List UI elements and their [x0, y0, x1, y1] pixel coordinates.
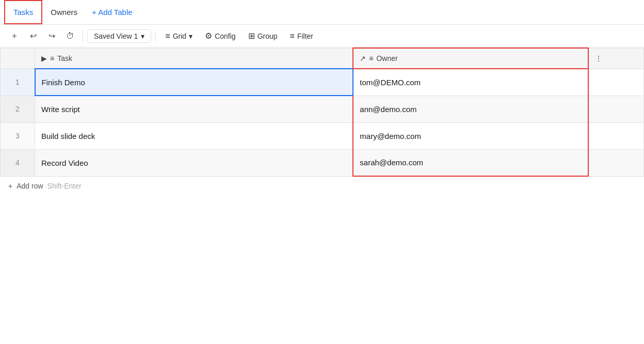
cell-rownum: 4: [1, 149, 35, 176]
table-header-row: ▶ ≡ Task ↗ ≡ Owner ⋮: [1, 48, 644, 69]
history-icon: ⏱: [66, 32, 74, 41]
filter-icon: ≡: [290, 32, 295, 41]
history-button[interactable]: ⏱: [62, 28, 78, 44]
table-row[interactable]: 4Record Videosarah@demo.com: [1, 149, 644, 176]
toolbar: + ↩ ↪ ⏱ Saved View 1 ▾ ≡ Grid ▾ ⚙ Config…: [0, 25, 644, 48]
add-row-label: Add row: [17, 182, 43, 190]
cell-task[interactable]: Finish Demo: [35, 69, 353, 96]
task-col-sort-icon: ≡: [50, 54, 54, 62]
table-row[interactable]: 3Build slide deckmary@demo.com: [1, 122, 644, 149]
owner-col-sort-icon: ≡: [369, 54, 373, 62]
add-table-button[interactable]: + Add Table: [86, 8, 139, 17]
tab-owners-label: Owners: [51, 8, 77, 17]
undo-button[interactable]: ↩: [25, 28, 41, 44]
col-header-rownum: [1, 48, 35, 69]
grid-label: Grid: [173, 32, 186, 40]
saved-view-label: Saved View 1: [94, 32, 138, 40]
cell-extra: [588, 122, 643, 149]
add-icon: +: [12, 32, 17, 41]
config-label: Config: [215, 32, 235, 40]
add-row-hint: Shift-Enter: [47, 182, 82, 190]
config-button[interactable]: ⚙ Config: [200, 29, 240, 43]
page-content: Tasks Owners + Add Table + ↩ ↪ ⏱ Saved V…: [0, 0, 644, 344]
extra-col-menu-icon: ⋮: [595, 54, 602, 62]
cell-rownum: 1: [1, 69, 35, 96]
cell-owner[interactable]: tom@DEMO.com: [353, 69, 588, 96]
add-row-section[interactable]: + Add row Shift-Enter: [0, 177, 644, 195]
tab-tasks[interactable]: Tasks: [4, 0, 42, 24]
cell-owner[interactable]: mary@demo.com: [353, 122, 588, 149]
cell-rownum: 2: [1, 96, 35, 122]
cell-task[interactable]: Build slide deck: [35, 122, 353, 149]
owner-col-label: Owner: [376, 54, 397, 62]
toolbar-divider-2: [155, 31, 156, 41]
task-col-label: Task: [57, 54, 72, 62]
cell-extra: [588, 149, 643, 176]
grid-button[interactable]: ≡ Grid ▾: [160, 29, 198, 43]
saved-view-button[interactable]: Saved View 1 ▾: [87, 29, 151, 43]
add-button[interactable]: +: [6, 28, 23, 44]
tab-tasks-label: Tasks: [13, 8, 33, 17]
cell-rownum: 3: [1, 122, 35, 149]
cell-task[interactable]: Write script: [35, 96, 353, 122]
main-table: ▶ ≡ Task ↗ ≡ Owner ⋮: [0, 48, 644, 177]
cell-extra: [588, 96, 643, 122]
task-col-flag-icon: ▶: [41, 54, 47, 62]
col-header-task[interactable]: ▶ ≡ Task: [35, 48, 353, 69]
group-button[interactable]: ⊞ Group: [243, 29, 283, 43]
cell-task[interactable]: Record Video: [35, 149, 353, 176]
undo-icon: ↩: [30, 31, 37, 41]
redo-icon: ↪: [49, 31, 55, 41]
add-row-plus-icon: +: [8, 182, 12, 190]
redo-button[interactable]: ↪: [43, 28, 60, 44]
filter-label: Filter: [297, 32, 313, 40]
group-icon: ⊞: [248, 31, 255, 41]
table-row[interactable]: 1Finish Demotom@DEMO.com: [1, 69, 644, 96]
tab-bar: Tasks Owners + Add Table: [0, 0, 644, 25]
tab-owners[interactable]: Owners: [42, 0, 86, 24]
table-row[interactable]: 2Write scriptann@demo.com: [1, 96, 644, 122]
table-container: ▶ ≡ Task ↗ ≡ Owner ⋮: [0, 48, 644, 344]
config-icon: ⚙: [205, 31, 212, 41]
grid-chevron-icon: ▾: [189, 32, 192, 40]
owner-col-link-icon: ↗: [360, 54, 366, 62]
add-table-label: + Add Table: [92, 8, 133, 17]
group-label: Group: [257, 32, 278, 40]
cell-owner[interactable]: ann@demo.com: [353, 96, 588, 122]
grid-icon: ≡: [165, 32, 170, 41]
cell-extra: [588, 69, 643, 96]
col-header-owner[interactable]: ↗ ≡ Owner: [353, 48, 588, 69]
chevron-down-icon: ▾: [141, 32, 144, 40]
filter-button[interactable]: ≡ Filter: [285, 29, 318, 43]
col-header-extra[interactable]: ⋮: [588, 48, 643, 69]
toolbar-divider-1: [83, 31, 83, 41]
cell-owner[interactable]: sarah@demo.com: [353, 149, 588, 176]
